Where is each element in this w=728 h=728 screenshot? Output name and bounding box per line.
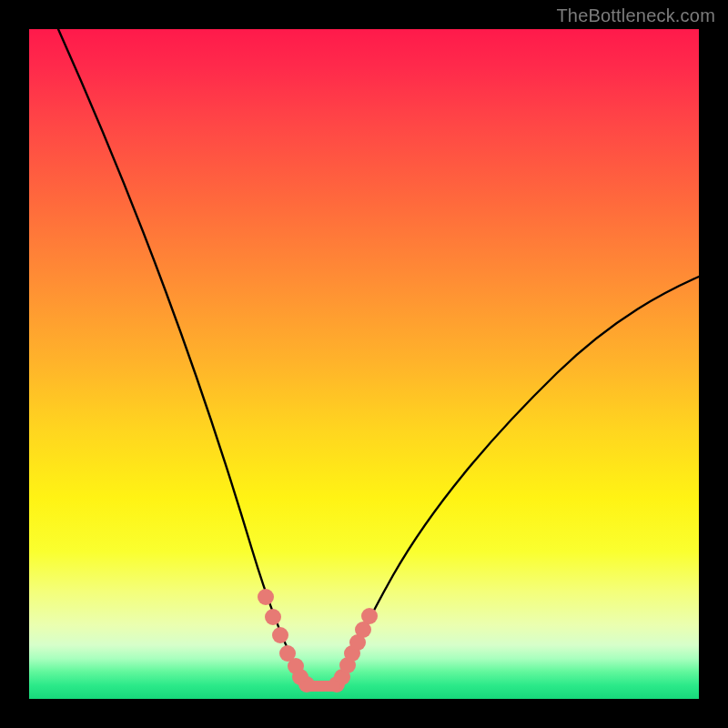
bottleneck-curve-svg (29, 29, 699, 699)
svg-point-0 (258, 589, 274, 605)
curve-left-branch (58, 29, 296, 666)
marker-floor-bar (300, 681, 340, 692)
chart-frame: TheBottleneck.com (0, 0, 728, 728)
plot-area (29, 29, 699, 699)
svg-point-2 (272, 627, 288, 643)
curve-right-branch (346, 277, 699, 666)
svg-point-1 (265, 609, 281, 625)
svg-point-13 (361, 608, 378, 624)
marker-left-cluster (258, 589, 315, 693)
marker-right-cluster (329, 608, 378, 693)
watermark-text: TheBottleneck.com (556, 5, 715, 26)
